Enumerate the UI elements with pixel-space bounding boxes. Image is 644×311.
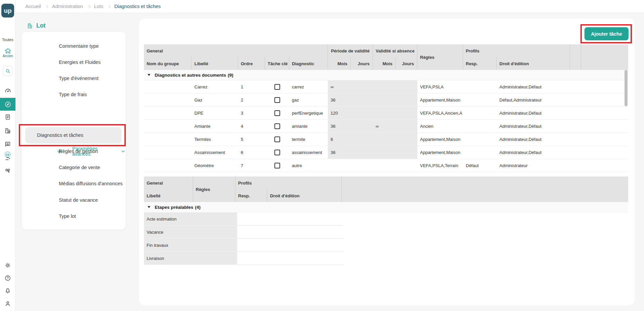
- rail-item-dashboard[interactable]: [0, 85, 15, 98]
- cell-jours: [351, 133, 373, 146]
- cell-mois-abs: [373, 80, 396, 93]
- rail-item-explore-active[interactable]: [0, 98, 15, 111]
- col-jours-validite: Jours: [351, 57, 373, 70]
- rail-item-profile[interactable]: [0, 297, 15, 310]
- table-row-geometre[interactable]: Géomètre 7 autre VEFA,PSLA,Terrain Défau…: [144, 159, 628, 172]
- rail-item-locations[interactable]: [0, 165, 15, 177]
- sidebar-item-regles-de-gestion[interactable]: Règles de gestion: [59, 146, 98, 156]
- rail-item-ancien[interactable]: Ancien: [0, 48, 15, 58]
- col-spare-1b: [570, 57, 581, 70]
- col-regles: Règles: [196, 187, 210, 192]
- document-list-icon: [4, 114, 11, 120]
- cell-diagnostic: autre: [289, 159, 328, 172]
- sidebar-item-statut-de-vacance[interactable]: Statut de vacance: [59, 195, 98, 205]
- group-count: (4): [195, 205, 201, 210]
- buildings-icon: [4, 127, 11, 134]
- search-icon: [5, 68, 11, 74]
- group-title: Diagnostics et autres documents: [155, 73, 226, 78]
- tache-cle-checkbox[interactable]: [274, 137, 280, 142]
- tache-cle-checkbox[interactable]: [274, 84, 280, 90]
- group-header-etapes[interactable]: Etapes préalables (4): [144, 202, 628, 212]
- col-general: General: [144, 177, 193, 189]
- cell-ordre: 6: [238, 146, 265, 159]
- tache-cle-checkbox[interactable]: [274, 150, 280, 155]
- sidebar-item-type-devenement[interactable]: Type d'événement: [59, 73, 99, 83]
- rail-item-notifications[interactable]: [0, 284, 15, 297]
- cell-resp: [463, 120, 497, 132]
- gear-icon: [4, 262, 11, 269]
- compass-icon: [4, 101, 11, 108]
- cell-jours-abs: [396, 146, 417, 159]
- cell-regles: VEFA,PSLA,Terrain: [417, 159, 463, 172]
- rail-item-settings[interactable]: [0, 259, 15, 271]
- cell-resp: [463, 133, 497, 146]
- cell-libelle: Livraison: [144, 252, 237, 265]
- cell-jours: [351, 107, 373, 119]
- sidebar-item-type-de-frais[interactable]: Type de frais: [59, 89, 87, 100]
- cell-ordre: 1: [238, 80, 265, 93]
- sidebar-item-categorie-de-vente[interactable]: Categorie de vente: [59, 162, 100, 172]
- cell-resp: [463, 107, 497, 119]
- cell-jours-abs: [396, 133, 417, 146]
- cell-droit: Administrateur: [497, 159, 570, 172]
- rail-search-button[interactable]: [3, 66, 13, 76]
- tache-cle-checkbox[interactable]: [274, 123, 280, 129]
- tache-cle-checkbox[interactable]: [274, 110, 280, 116]
- table-row-amiante[interactable]: Amiante 4 amiante 36 ∞ Ancien Administra…: [144, 120, 628, 133]
- col-libelle: Libellé: [144, 189, 193, 202]
- table-row-acte-estimation[interactable]: Acte estimation: [144, 212, 628, 226]
- rail-item-patrimoine[interactable]: [0, 124, 15, 137]
- table-row-termites[interactable]: Termites 5 termite 6 Appartement,Maison …: [144, 133, 628, 146]
- section-title-lot: Lot: [27, 22, 45, 29]
- table-row-vacance[interactable]: Vacance: [144, 226, 628, 239]
- cell-libelle: Géomètre: [192, 159, 238, 172]
- tache-cle-checkbox[interactable]: [274, 163, 280, 168]
- chevron-right-icon: [87, 5, 90, 8]
- cell-droit: Administrateur,Défaut: [497, 133, 570, 146]
- cell-libelle: DPE: [192, 107, 238, 119]
- chevron-down-icon: [120, 149, 126, 154]
- cell-resp: [463, 146, 497, 159]
- breadcrumb-item-accueil[interactable]: Accueil: [25, 4, 41, 9]
- col-mois-absence: Mois: [373, 57, 396, 70]
- add-task-button[interactable]: Ajouter tâche: [584, 27, 629, 40]
- rail-item-documents[interactable]: [0, 111, 15, 123]
- cell-mois: 36: [328, 120, 351, 132]
- breadcrumb-item-lots[interactable]: Lots: [94, 4, 103, 9]
- rail-item-ventes[interactable]: 23: [0, 151, 15, 164]
- app-logo[interactable]: up: [1, 4, 14, 17]
- table-row-assainissement[interactable]: Assainissement 6 assainissement 36 Appar…: [144, 146, 628, 159]
- table-row-carrez[interactable]: Carrez 1 carrez ∞ VEFA,PSLA Administrate…: [144, 80, 628, 93]
- keys-icon: [4, 168, 11, 174]
- sidebar-item-medias-diffusions[interactable]: Médias diffusions d'annonces: [59, 179, 123, 189]
- rail-item-programmes[interactable]: [0, 138, 15, 150]
- sidebar-item-energies-et-fluides[interactable]: Energies et Fluides: [59, 57, 101, 67]
- cell-value-empty: [237, 239, 343, 252]
- col-spare-2: [581, 44, 628, 57]
- tache-cle-checkbox[interactable]: [274, 97, 280, 103]
- col-validite-absence: Validité si absence: [373, 44, 417, 57]
- breadcrumb-item-administration[interactable]: Administration: [52, 4, 83, 9]
- sidebar-item-commentaire-type[interactable]: Commentaire type: [59, 41, 99, 51]
- flag-house-icon: [4, 141, 11, 148]
- table-row-dpe[interactable]: DPE 3 perfEnergetique 120 VEFA,PSLA,Anci…: [144, 107, 628, 120]
- col-spare-b: [342, 189, 628, 202]
- cell-ordre: 2: [238, 93, 265, 106]
- col-resp: Resp.: [235, 189, 267, 202]
- cell-resp: [463, 93, 497, 106]
- cell-ordre: 7: [238, 159, 265, 172]
- table-vertical-scrollbar[interactable]: [624, 70, 628, 106]
- user-icon: [4, 300, 11, 307]
- group-header-diagnostics[interactable]: Diagnostics et autres documents (9): [144, 70, 628, 80]
- cell-mois: 36: [328, 146, 351, 159]
- rail-item-help[interactable]: [0, 272, 15, 284]
- sidebar-item-diagnostics-et-taches-active[interactable]: Diagnostics et tâches: [25, 127, 121, 144]
- table-row-gaz[interactable]: Gaz 2 gaz 36 Appartement,Maison Défaut,A…: [144, 93, 628, 107]
- table-row-livraison[interactable]: Livraison: [144, 252, 628, 265]
- group-title: Etapes préalables: [155, 205, 193, 210]
- cell-regles: Ancien: [417, 120, 463, 132]
- sidebar-item-type-lot[interactable]: Type lot: [59, 211, 76, 221]
- cell-jours: [351, 146, 373, 159]
- table-row-fin-travaux[interactable]: Fin travaux: [144, 239, 628, 252]
- breadcrumb: Accueil Administration Lots Diagnostics …: [25, 4, 161, 9]
